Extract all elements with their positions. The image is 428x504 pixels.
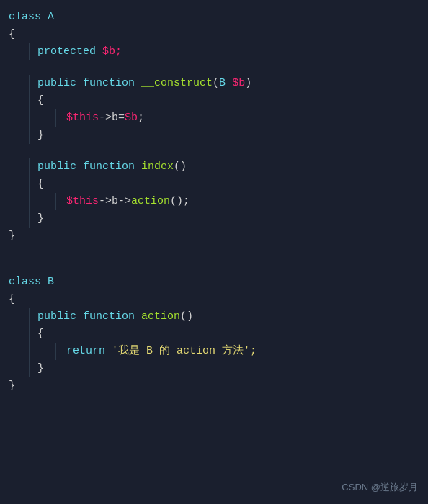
constructor-declaration: public function __construct (B $b) [0,75,428,92]
action-name: action [141,308,180,325]
function-keyword-2: function [83,158,135,176]
index-close-brace: } [0,210,428,228]
this-var: $this [66,109,99,127]
class-b-keyword: class B [9,274,54,291]
class-a-open-brace: { [0,26,428,43]
constructor-open-brace: { [0,92,428,109]
class-a-declaration: class A [0,9,428,26]
index-name: index [141,158,174,176]
code-container: class A { protected $b; public function … [0,0,428,403]
open-brace: { [9,26,15,43]
action-declaration: public function action () [0,308,428,325]
protected-keyword: protected [37,43,96,60]
protected-variable: $b; [102,43,122,60]
public-keyword-1: public [37,75,76,92]
action-close-brace: } [0,360,428,377]
constructor-close-brace: } [0,127,428,144]
action-body: return '我是 B 的 action 方法'; [0,343,428,360]
action-open-brace: { [0,325,428,343]
class-keyword: class A [9,9,54,26]
index-declaration: public function index () [0,158,428,176]
public-keyword-3: public [37,308,76,325]
class-b-declaration: class B [0,274,428,291]
class-b-open-brace: { [0,291,428,308]
constructor-body: $this->b = $b; [0,109,428,127]
protected-field: protected $b; [0,43,428,60]
class-a-close-brace: } [0,228,428,245]
constructor-params: (B $b) [213,75,251,92]
function-keyword-3: function [83,308,135,325]
public-keyword-2: public [37,158,76,176]
function-keyword-1: function [83,75,135,92]
constructor-name: __construct [141,75,213,92]
class-b-close-brace: } [0,377,428,395]
index-open-brace: { [0,176,428,193]
index-body: $this->b->action(); [0,193,428,210]
watermark: CSDN @逆旅岁月 [342,481,418,494]
